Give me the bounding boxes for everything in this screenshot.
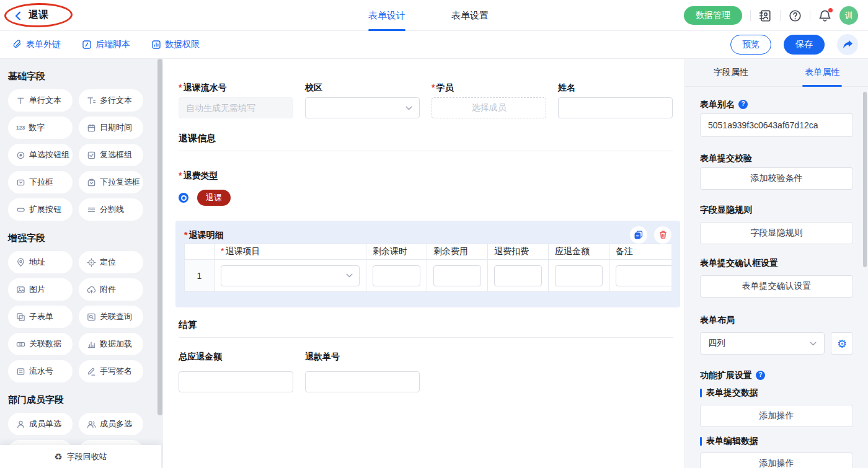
form-alias-label: 表单别名 ? — [700, 98, 853, 110]
script-icon — [82, 40, 92, 50]
tab-form-design[interactable]: 表单设计 — [368, 0, 405, 31]
data-permission-link[interactable]: 数据权限 — [151, 39, 200, 50]
campus-select[interactable] — [305, 97, 420, 118]
field-item-related-data[interactable]: 关联数据 — [8, 333, 73, 355]
chevron-down-icon — [346, 273, 353, 278]
field-recycle-bin[interactable]: ♻ 字段回收站 — [0, 445, 161, 468]
dropdown-multi-icon — [87, 178, 96, 187]
remaining-hours-input[interactable] — [373, 265, 420, 286]
field-item-single-line-text[interactable]: 单行文本 — [8, 89, 73, 112]
refund-no-input[interactable] — [305, 371, 420, 392]
confirm-setting-button[interactable]: 表单提交确认设置 — [700, 275, 853, 298]
field-refund-no[interactable]: 退款单号 — [305, 350, 420, 392]
field-name[interactable]: 姓名 — [558, 81, 673, 118]
member-picker[interactable]: 选择成员 — [432, 97, 546, 118]
divider — [750, 10, 751, 21]
link-icon — [12, 40, 22, 50]
group-title-basic: 基础字段 — [8, 70, 163, 82]
sidebar-scrollbar[interactable] — [157, 59, 162, 415]
form-layout-label: 表单布局 — [700, 314, 853, 326]
field-item-datetime[interactable]: 日期时间 — [79, 117, 143, 139]
field-item-member-single[interactable]: 成员单选 — [8, 413, 73, 435]
remark-input[interactable] — [616, 265, 671, 286]
layout-select[interactable]: 四列 — [700, 332, 825, 355]
form-alias-input[interactable] — [700, 113, 853, 137]
submit-data-label: 表单提交数据 — [700, 387, 853, 399]
group-title-members: 部门成员字段 — [8, 394, 163, 406]
visibility-rule-button[interactable]: 字段显隐规则 — [700, 222, 853, 244]
field-palette-sidebar: 基础字段 单行文本 多行文本 123数字 日期时间 单选按钮组 复选框组 下拉框… — [0, 59, 163, 468]
share-arrow-icon — [843, 40, 853, 50]
subtable-grid: 退课项目 剩余课时 剩余费用 退费扣费 应退金额 备注 1 — [184, 244, 671, 292]
field-item-divider[interactable]: 分割线 — [79, 198, 143, 221]
delete-button[interactable] — [654, 226, 671, 244]
remaining-fee-input[interactable] — [433, 265, 481, 286]
field-item-address[interactable]: 地址 — [8, 251, 73, 273]
help-circle-icon[interactable] — [789, 9, 802, 22]
add-validation-button[interactable]: 添加校验条件 — [700, 167, 853, 190]
single-text-icon — [16, 96, 25, 105]
subtable-field[interactable]: 退课明细 退课项目 剩余课时 剩余费用 退费扣费 — [175, 221, 680, 307]
project-select[interactable] — [221, 265, 360, 286]
avatar[interactable]: 训 — [839, 6, 858, 25]
button-icon — [16, 205, 25, 214]
field-item-data-load[interactable]: 数据加载 — [79, 333, 143, 355]
chart-box-icon — [151, 40, 161, 50]
field-serial-no[interactable]: 退课流水号 — [179, 81, 293, 118]
col-header-remark: 备注 — [609, 244, 672, 260]
help-icon[interactable]: ? — [756, 371, 765, 380]
field-item-multi-line-text[interactable]: 多行文本 — [79, 89, 143, 112]
field-item-extended-button[interactable]: 扩展按钮 — [8, 198, 73, 221]
field-item-image[interactable]: 图片 — [8, 278, 73, 301]
field-item-number[interactable]: 123数字 — [8, 117, 73, 139]
refund-type-field: 退课 — [179, 190, 673, 206]
field-student[interactable]: 学员 选择成员 — [432, 81, 546, 118]
crosshair-icon — [87, 258, 96, 267]
duplicate-button[interactable] — [630, 226, 647, 244]
number-123-icon: 123 — [16, 125, 25, 131]
field-item-serial-number[interactable]: 流水号 — [8, 360, 73, 382]
share-button[interactable] — [837, 34, 858, 55]
field-item-select[interactable]: 下拉框 — [8, 171, 73, 193]
field-item-related-query[interactable]: 关联查询 — [79, 306, 143, 328]
name-input[interactable] — [558, 97, 673, 118]
tab-form-settings[interactable]: 表单设置 — [451, 0, 489, 31]
person-icon — [16, 420, 25, 429]
notification-bell-icon[interactable] — [818, 9, 831, 22]
tab-form-properties[interactable]: 表单属性 — [777, 59, 868, 86]
back-button[interactable]: 退课 — [0, 9, 48, 22]
panel-scrollbar[interactable] — [863, 92, 867, 267]
address-book-icon[interactable] — [759, 9, 772, 22]
field-item-subform[interactable]: 子表单 — [8, 306, 73, 328]
preview-button[interactable]: 预览 — [730, 35, 771, 55]
form-toolbar: 表单外链 后端脚本 数据权限 预览 保存 — [0, 31, 868, 59]
total-refund-input[interactable] — [179, 371, 293, 392]
field-total-refund[interactable]: 总应退金额 — [179, 350, 293, 392]
refund-amount-input[interactable] — [555, 265, 603, 286]
field-item-radio-group[interactable]: 单选按钮组 — [8, 144, 73, 166]
radio-icon — [16, 151, 25, 160]
backend-script-link[interactable]: 后端脚本 — [82, 39, 130, 50]
data-manage-button[interactable]: 数据管理 — [684, 6, 742, 25]
help-icon[interactable]: ? — [738, 100, 748, 109]
radio-selected[interactable] — [179, 193, 188, 203]
field-item-attachment[interactable]: 附件 — [79, 278, 143, 301]
section-divider — [179, 337, 673, 338]
field-item-member-multi[interactable]: 成员多选 — [79, 413, 143, 435]
save-button[interactable]: 保存 — [784, 35, 825, 55]
field-item-checkbox-group[interactable]: 复选框组 — [79, 144, 143, 166]
serial-no-input[interactable] — [179, 97, 293, 118]
edit-data-add-button[interactable]: 添加操作 — [700, 453, 853, 468]
tab-field-properties[interactable]: 字段属性 — [685, 59, 777, 86]
deduction-input[interactable] — [494, 265, 542, 286]
form-external-link[interactable]: 表单外链 — [12, 39, 61, 50]
field-item-multi-select[interactable]: 下拉复选框 — [79, 171, 143, 193]
col-header-refund-amount: 应退金额 — [549, 244, 609, 260]
layout-gear-button[interactable]: ⚙ — [831, 332, 853, 355]
field-item-location[interactable]: 定位 — [79, 251, 143, 273]
field-item-signature[interactable]: 手写签名 — [79, 360, 143, 382]
linked-data-icon — [16, 340, 25, 349]
submit-data-add-button[interactable]: 添加操作 — [700, 405, 853, 427]
extension-settings-label: 功能扩展设置 ? — [700, 369, 853, 381]
field-campus[interactable]: 校区 — [305, 81, 420, 118]
